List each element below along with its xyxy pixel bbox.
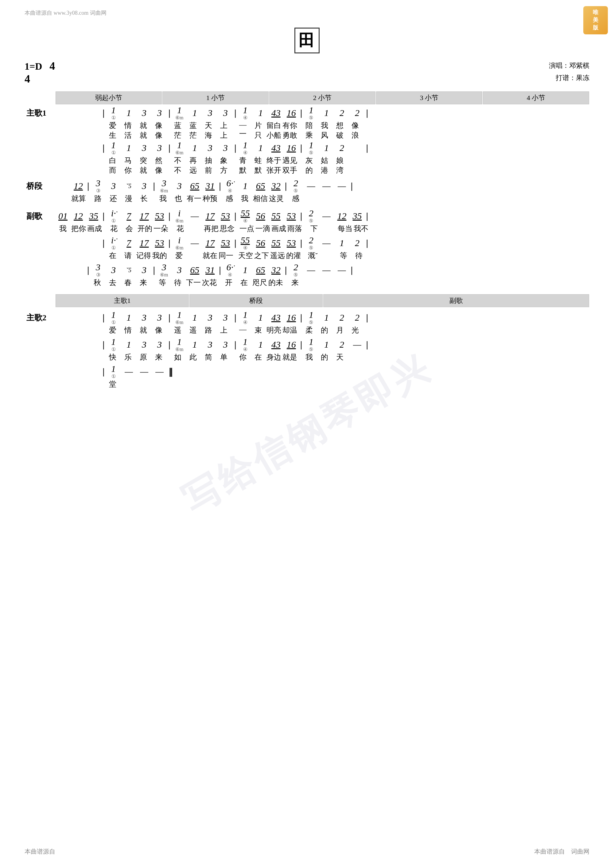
n2-2: 1 (121, 143, 137, 152)
fg-11: 55 (268, 211, 284, 221)
fg-w2: 12 (71, 211, 86, 221)
bar-v3: | (233, 108, 238, 118)
zhuge2-lyric1: 爱 情 就 像 遥 遥 路 上 — 束 明亮 却温 柔 的 月 光 (25, 325, 589, 337)
qd-9: 6· ④ (222, 178, 238, 194)
note-1-2: 1 (121, 108, 137, 118)
note-2-4: 3 (218, 108, 233, 118)
note-3-1: 1 ④ (238, 105, 253, 121)
note-3-2: 1 (253, 108, 268, 118)
song-title: 田 (25, 28, 589, 53)
bar2-v2: | (167, 143, 172, 153)
ln2: 白而 马你 突就 然像 不不 再远 抽前 象方 青默 蛙默 终于张开 遇见双手 … (55, 155, 589, 175)
n2-9: 1 ④ (238, 141, 253, 155)
spacer3 (25, 289, 589, 292)
zhuge2-notes-col1: | 1 ① 1 3 3 | 1 ⑥m 1 3 3 | 1 ④ (55, 310, 589, 325)
zhuge1-lyric2: 白而 马你 突就 然像 不不 再远 抽前 象方 青默 蛙默 终于张开 遇见双手 … (25, 155, 589, 175)
bar2-v1: | (101, 143, 106, 153)
n2-5: 1 ⑥m (172, 141, 187, 155)
fuge-lyric3: 秋 去 春 来 等 待 下一 次花 开 在 咫尺 的未 来 (25, 277, 589, 289)
fg-bar4: | (299, 211, 304, 221)
fuge-lyric2: 在 请 记得 我的 爱 就在 同一 天空 之下 遥远 的灌 溉˘ 等 待 (25, 251, 589, 262)
bar2-v5: | (365, 143, 369, 153)
fg-9: 55 ④ (238, 209, 253, 224)
lyric-14: 我风 (317, 121, 332, 140)
lyric-6: 蓝茫 (185, 121, 201, 140)
lyric-9: —一 (235, 121, 250, 139)
zhuge1-lyric1: 爱生 情活 就就 像像 蓝茫 蓝茫 天海 上上 —一 片只 留白小船 有你勇敢 … (25, 121, 589, 140)
sub-zhuge: 主歌1 (56, 294, 189, 307)
lyric-5: 蓝茫 (170, 121, 185, 140)
mhdr-4: 4 小节 (483, 91, 589, 104)
badge-text: 唯美版 (585, 9, 606, 32)
fg-15: 12 (334, 211, 349, 221)
fg-13: 2 ⑤ (303, 209, 319, 224)
note-empty3 (86, 108, 101, 118)
fg-bar3: | (233, 211, 238, 221)
n2-3: 3 (137, 143, 152, 152)
fg-14: — (319, 211, 334, 221)
bottom-left-info: 本曲谱源自 (25, 848, 55, 856)
qd-w1 (55, 181, 71, 191)
bar2-v3: | (233, 143, 238, 153)
fg-4: 53 (152, 211, 167, 221)
qd-16: — (334, 181, 349, 191)
lyric-notes-col1: 爱生 情活 就就 像像 蓝茫 蓝茫 天海 上上 —一 片只 留白小船 有你勇敢 … (55, 121, 589, 140)
lyric-16: 像浪 (348, 121, 363, 140)
lyric-2: 情活 (120, 121, 136, 140)
fg-bar1: | (101, 211, 106, 221)
zhuge1-label: 主歌1 (25, 107, 55, 119)
song-title-char: 田 (294, 28, 320, 53)
lyric-15: 想破 (332, 121, 348, 140)
lyric-8: 上上 (216, 121, 232, 140)
fg-w3: 35 (86, 211, 101, 221)
bar-v2: | (167, 108, 172, 118)
zhuge2-line2-notes: | 1 ① 1 3 3 | 1 ⑥m 1 3 3 | 1 ④ (25, 337, 589, 352)
qd-1: 3 ③ (90, 178, 106, 194)
n2-e1 (55, 143, 71, 153)
n2-e2 (71, 143, 86, 153)
n2-14: 1 (319, 143, 334, 152)
zhuge2-label: 主歌2 (25, 312, 55, 324)
lyric-empty2 (71, 121, 86, 129)
n2-7: 3 (202, 143, 218, 152)
note-1-1: 1 ① (106, 105, 121, 121)
lyric-11: 留白小船 (266, 121, 282, 140)
qiaoduan-label: 桥段 (25, 180, 55, 192)
meta-row: 1=D 44 演唱：邓紫棋 打谱：果冻 (25, 59, 589, 85)
fg-1: i· ① (106, 209, 121, 224)
note-1-4: 3 (152, 108, 167, 118)
mhdr-ruoqi: 弱起小节 (56, 91, 162, 104)
fg-5: i ⑥m (172, 209, 187, 224)
qd-6: 3 (172, 181, 187, 191)
page: 唯美版 本曲谱源自 www.3y08.com 词曲网 田 1=D 44 演唱：邓… (0, 0, 614, 868)
note-4-4: 2 (349, 108, 365, 118)
zhuge1-notes-col: | 1 ① 1 3 3 | 1 ⑥m 1 3 3 | (55, 105, 589, 121)
bottom-right-info: 本曲谱源自 词曲网 (534, 848, 589, 856)
n2-1: 1 ① (106, 141, 121, 155)
n2-10: 1 (253, 143, 268, 152)
fg-bar5: | (365, 211, 369, 221)
note-2-2: 1 (187, 108, 202, 118)
mhdr-1: 1 小节 (162, 91, 269, 104)
sub-fuge: 副歌 (323, 294, 589, 307)
zhuge1-notes-col2: | 1 ① 1 3 3 | 1 ⑥m 1 3 3 | 1 ④ (55, 141, 589, 155)
n2-e3 (86, 143, 101, 153)
fg-2: 7 (121, 211, 137, 221)
lyric-1: 爱生 (105, 121, 120, 140)
lyric-7: 天海 (201, 121, 216, 140)
qd-13: 2 ⑤ (288, 178, 303, 194)
qd-bar5: | (349, 181, 354, 191)
performer-info: 演唱：邓紫棋 打谱：果冻 (549, 59, 589, 84)
sub-qiaoduan: 桥段 (190, 294, 323, 307)
zhuge1-line1-notes: 主歌1 | 1 ① 1 3 3 | 1 ⑥m (25, 105, 589, 121)
fuge-line3-notes: | 3 ③ 3 ˘5 3 | 3 ⑥m 3 65 31 | 6· (25, 262, 589, 277)
n2-4: 3 (152, 143, 167, 152)
note-4-1: 1 ⑤ (303, 105, 319, 121)
qd-11: 65 (253, 181, 268, 191)
note-2-3: 3 (202, 108, 218, 118)
site-info: 本曲谱源自 www.3y08.com 词曲网 (25, 9, 107, 17)
fg-w1: 01 (55, 211, 71, 221)
bar-v4: | (299, 108, 304, 118)
qd-10: 1 (238, 181, 253, 191)
fuge-line2-notes: | i· ① 7 17 53 | i ⑥m — 17 53 | 55 (25, 235, 589, 251)
